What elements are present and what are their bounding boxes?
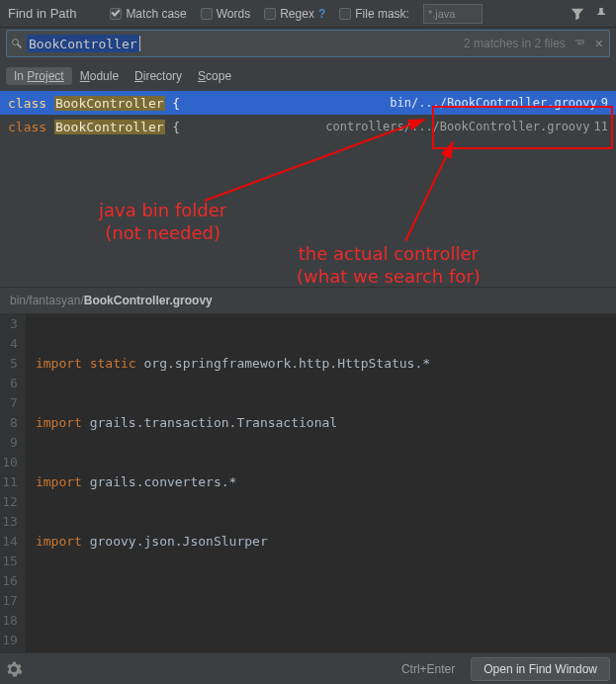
code-preview: 345678910111213141516171819 import stati…: [0, 314, 616, 684]
results-list: class BookController { bin/.../BookContr…: [0, 91, 616, 287]
code-area[interactable]: import static org.springframework.http.H…: [26, 314, 616, 684]
result-line: 11: [594, 120, 608, 133]
shortcut-hint: Ctrl+Enter: [401, 662, 455, 676]
titlebar: Find in Path Match case Words Regex? Fil…: [0, 0, 616, 28]
filemask-input[interactable]: [423, 4, 483, 24]
result-row[interactable]: class BookController { controllers/.../B…: [0, 115, 616, 138]
wrap-icon: [573, 38, 585, 49]
result-line: 9: [601, 96, 608, 110]
regex-help-icon[interactable]: ?: [318, 7, 325, 21]
result-row[interactable]: class BookController { bin/.../BookContr…: [0, 91, 616, 115]
svg-line-1: [18, 44, 22, 48]
search-query[interactable]: BookController: [27, 35, 139, 52]
match-case-label: Match case: [126, 7, 186, 21]
svg-point-0: [13, 40, 19, 45]
pin-icon[interactable]: [594, 7, 608, 21]
gear-icon[interactable]: [6, 661, 22, 677]
match-case-checkbox[interactable]: Match case: [110, 7, 186, 21]
scope-tabs: In Project Module Directory Scope: [0, 59, 616, 91]
result-location: bin/.../BookController.groovy: [390, 96, 597, 110]
search-icon: [7, 38, 27, 49]
bottom-bar: Ctrl+Enter Open in Find Window: [0, 652, 616, 684]
clear-icon[interactable]: ×: [589, 36, 609, 51]
words-label: Words: [217, 7, 250, 21]
preview-path: bin/fantasyan/BookController.groovy: [0, 287, 616, 314]
tab-directory[interactable]: Directory: [127, 67, 190, 85]
search-bar[interactable]: BookController 2 matches in 2 files ×: [6, 30, 610, 57]
line-gutter: 345678910111213141516171819: [0, 314, 26, 684]
result-location: controllers/.../BookController.groovy: [325, 120, 589, 133]
tab-scope[interactable]: Scope: [190, 67, 239, 85]
words-checkbox[interactable]: Words: [201, 7, 250, 21]
regex-label: Regex: [280, 7, 314, 21]
open-find-window-button[interactable]: Open in Find Window: [471, 657, 610, 681]
filemask-label: File mask:: [355, 7, 409, 21]
dialog-title: Find in Path: [8, 6, 76, 21]
filemask-checkbox[interactable]: File mask:: [339, 7, 409, 21]
tab-project[interactable]: In Project: [6, 67, 72, 85]
tab-module[interactable]: Module: [72, 67, 127, 85]
regex-checkbox[interactable]: Regex?: [264, 7, 325, 21]
filter-icon[interactable]: [571, 7, 584, 21]
search-status: 2 matches in 2 files: [464, 37, 589, 50]
